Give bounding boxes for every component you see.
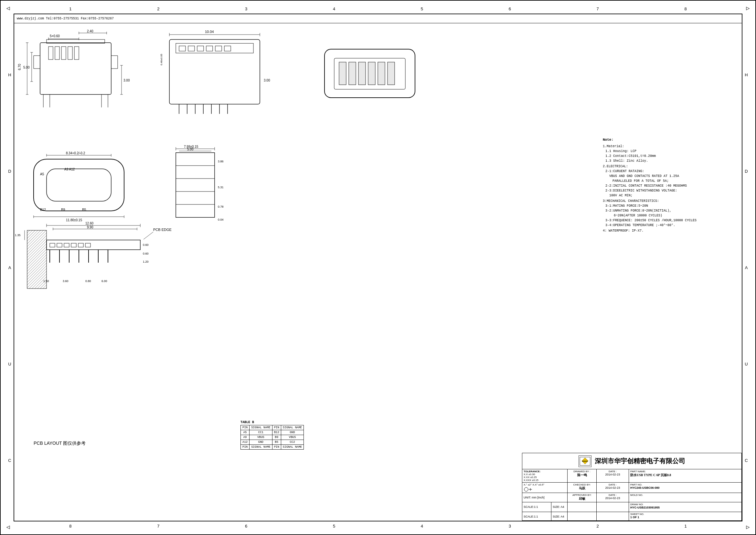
svg-rect-38 (224, 46, 231, 51)
note-line-2: 1.1 Housing: LCP (603, 149, 726, 154)
grid-letter-A-left: A (7, 265, 13, 270)
draw-no-cell: DRAW NO: HYC-USB2103091955 (629, 502, 742, 511)
date-approved: 2014-02-23 (605, 496, 620, 500)
cell-sig-footer1: SIGNAL NAME (250, 445, 272, 450)
col-signal2: SIGNAL NAME (281, 425, 304, 430)
svg-text:12.60: 12.60 (85, 222, 94, 225)
title-row-4: SCALE:1:1 SIZE: A4 DRAW NO: HYC-USB21030… (522, 502, 742, 512)
cell-a9-sig: VBUS (250, 435, 272, 440)
notes-title: Note: (603, 137, 726, 143)
cell-a5-sig: CC1 (250, 430, 272, 435)
empty-cell-2 (597, 502, 629, 511)
note-line-9: 2-2:INITIAL CONTACT RESISTANCE :40 MEGOH… (603, 183, 726, 188)
page: ◁ ▷ ◁ ▷ 1 2 3 4 5 6 7 8 8 7 6 5 4 3 2 1 … (0, 0, 756, 535)
grid-letter-U-left: U (7, 362, 13, 366)
website-text: www.dzyjzj.com Tel:0755-27575531 Fax:075… (17, 17, 114, 20)
grid-letter-H-right: H (743, 72, 749, 77)
grid-num-b8: 1 (681, 524, 690, 528)
cell-a12-sig: GND (250, 440, 272, 445)
draw-no-value: HYC-USB2103091955 (630, 506, 660, 509)
company-name-row: HOAUC 深圳市华宇创精密电子有限公司 (522, 453, 742, 469)
table-row-0: A5 CC1 B12 GND (241, 430, 304, 435)
tolerance-xxx: X.XX ±0.25 (524, 476, 536, 479)
size-bottom: SIZE: A4 (553, 515, 564, 518)
svg-rect-0 (40, 43, 111, 95)
checked-by-cell: CHECKED BY: 马跃 (568, 483, 597, 493)
svg-rect-32 (176, 43, 254, 53)
grid-letter-A-right: A (743, 265, 749, 270)
svg-rect-91 (46, 240, 140, 250)
main-drawing-svg: 5×0.60 2.40 6.70 5.00 3.00 (14, 23, 531, 314)
sheet-no-label: SHEET NO. (630, 513, 644, 516)
svg-rect-92 (50, 243, 55, 247)
cell-pin-footer1: PIN (241, 445, 250, 450)
svg-rect-6 (74, 46, 79, 60)
grid-letters-left: H D A U C (7, 27, 13, 508)
cell-a9-pin: A9 (241, 435, 250, 440)
checked-by-label: CHECKED BY: (573, 483, 591, 486)
note-line-16: 3-3:FREQUENCE: 200±50 CYCLES /HOUR,10000… (603, 218, 726, 223)
sheet-no-value: 1 OF 1 (630, 516, 639, 519)
date-checked: 2014-02-23 (605, 486, 620, 490)
note-line-1: 1.Material: (603, 144, 726, 149)
pcb-layout-label: PCB LAYOUT 图仅供参考 (34, 440, 86, 446)
table-b-title: TABLE B (240, 420, 304, 424)
grid-num-b2: 7 (153, 524, 163, 528)
cell-sig-footer2: SIGNAL NAME (281, 445, 304, 450)
sheet-no-cell: SHEET NO. 1 OF 1 (629, 512, 742, 521)
svg-text:3.00: 3.00 (123, 79, 130, 82)
svg-rect-31 (169, 40, 260, 104)
corner-arrow-br: ▷ (743, 522, 753, 532)
drawed-by-label: DRAWED BY : (573, 470, 590, 473)
part-name-label: PART NAME: (630, 470, 646, 473)
svg-rect-56 (359, 62, 365, 85)
scale-cell: SCALE:1:1 (522, 502, 552, 511)
grid-num-5: 5 (417, 7, 427, 11)
grid-num-7: 7 (593, 7, 603, 11)
svg-text:0.78: 0.78 (218, 205, 224, 208)
svg-rect-54 (339, 62, 346, 85)
svg-text:10.04: 10.04 (205, 30, 214, 34)
note-line-13: 3-1:MATING FORCE:5~20N (603, 204, 726, 208)
svg-text:B12: B12 (40, 208, 46, 211)
date-drawed: 2014-02-23 (605, 473, 620, 476)
svg-rect-2 (48, 46, 53, 60)
svg-text:0.60: 0.60 (143, 252, 149, 255)
table-row-1: A9 VBUS B9 VBUS (241, 435, 304, 440)
svg-text:A9 A12: A9 A12 (64, 168, 75, 171)
svg-rect-36 (206, 46, 213, 51)
cell-b9-sig: VBUS (281, 435, 304, 440)
grid-numbers-top: 1 2 3 4 5 6 7 8 (26, 7, 730, 11)
svg-text:5.00: 5.00 (23, 66, 30, 69)
svg-text:HOAUC: HOAUC (582, 460, 588, 462)
svg-rect-37 (215, 46, 222, 51)
approved-by-label: APPROVED BY: (572, 493, 591, 496)
part-no-value: HYC245-USBC06-080 (630, 486, 660, 490)
grid-letters-right: H D A U C (743, 27, 749, 508)
tolerance-cell: TOLERANCE: X.X ±0.30 X.XX ±0.25 X.XXX ±0… (522, 469, 568, 482)
svg-text:B9: B9 (61, 208, 65, 211)
table-b: TABLE B PIN SIGNAL NAME PIN SIGNAL NAME … (240, 420, 304, 450)
svg-rect-96 (78, 243, 83, 247)
size-bottom-cell: SIZE: A4 (552, 512, 568, 521)
date-drawed-cell: DATE : 2014-02-23 (597, 469, 629, 482)
grid-letter-H-left: H (7, 72, 13, 77)
grid-num-b7: 2 (593, 524, 603, 528)
notes-section: Note: 1.Material: 1.1 Housing: LCP 1.2 C… (603, 137, 726, 233)
cell-pin-footer2: PIN (272, 445, 281, 450)
cell-b9-pin: B9 (272, 435, 281, 440)
scale-bottom-cell: SCALE:1:1 (522, 512, 552, 521)
cell-b5-pin: B5 (272, 440, 281, 445)
drawed-by-cell: DRAWED BY : 陈一鸣 (568, 469, 597, 482)
note-line-12: 3:MECHANICAL CHARACTERISTICS: (603, 199, 726, 204)
svg-rect-5 (68, 46, 72, 60)
grid-num-4: 4 (329, 7, 339, 11)
date-checked-cell: DATE : 2014-02-23 (597, 483, 629, 493)
empty-bottom-2 (597, 512, 629, 521)
scale-bottom: SCALE:1:1 (524, 515, 538, 518)
checked-by-value: 马跃 (579, 486, 585, 491)
svg-rect-95 (71, 243, 76, 247)
mold-no-label: MOLD NO. (630, 493, 643, 496)
svg-text:3.00: 3.00 (264, 79, 270, 82)
unit-label: UNIT: mm [Inch] (524, 496, 545, 499)
